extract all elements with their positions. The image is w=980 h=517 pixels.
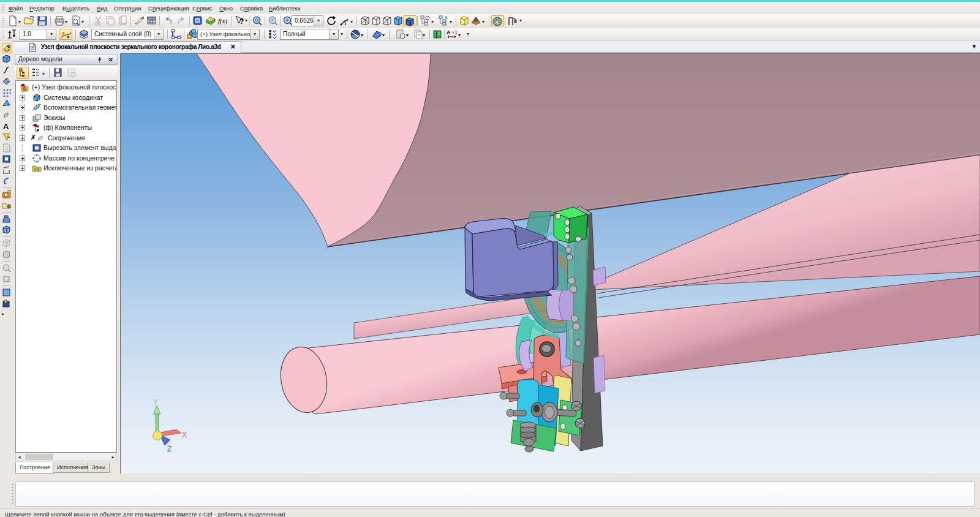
- svg-text:f(x): f(x): [218, 17, 228, 25]
- svg-text:?: ?: [239, 17, 244, 26]
- svg-text:A: A: [447, 29, 451, 36]
- svg-text:X: X: [182, 431, 187, 439]
- svg-text:xls: xls: [35, 168, 39, 172]
- svg-text:Z: Z: [167, 445, 172, 453]
- svg-text:A: A: [3, 122, 9, 130]
- svg-text:Y: Y: [153, 398, 158, 407]
- svg-text:+1: +1: [451, 29, 458, 36]
